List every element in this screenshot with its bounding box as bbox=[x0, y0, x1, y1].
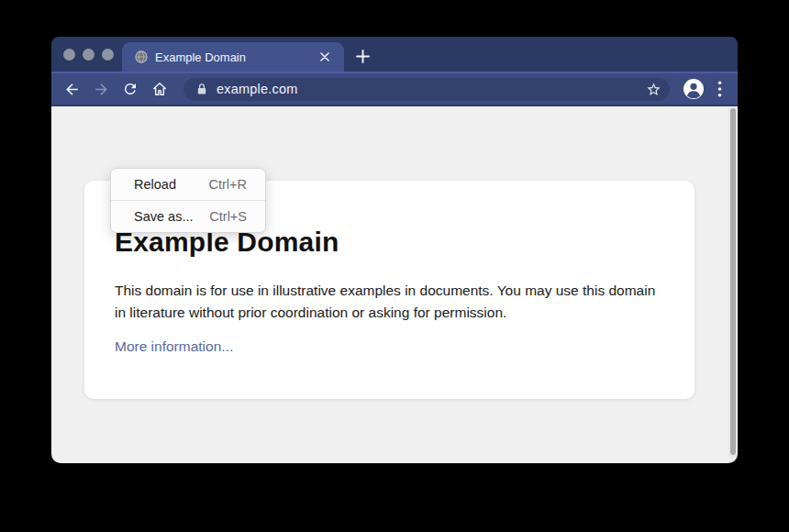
home-button[interactable] bbox=[147, 76, 172, 102]
browser-menu-button[interactable] bbox=[708, 77, 730, 101]
close-window-button[interactable] bbox=[63, 49, 75, 61]
browser-tab[interactable]: Example Domain bbox=[122, 42, 344, 72]
tab-title: Example Domain bbox=[155, 50, 311, 64]
context-menu-item-save-as[interactable]: Save as... Ctrl+S bbox=[111, 201, 265, 232]
globe-favicon-icon bbox=[135, 50, 148, 63]
more-information-link[interactable]: More information... bbox=[115, 338, 233, 355]
new-tab-button[interactable] bbox=[351, 45, 373, 67]
browser-window: Example Domain bbox=[51, 37, 738, 463]
menu-item-label: Reload bbox=[134, 177, 176, 192]
bookmark-star-icon[interactable] bbox=[646, 82, 661, 97]
home-icon bbox=[150, 80, 169, 98]
forward-button[interactable] bbox=[88, 76, 114, 102]
profile-avatar-button[interactable] bbox=[681, 76, 706, 102]
zoom-window-button[interactable] bbox=[102, 49, 114, 61]
forward-arrow-icon bbox=[93, 81, 110, 98]
minimize-window-button[interactable] bbox=[83, 49, 94, 61]
address-bar[interactable]: example.com bbox=[183, 78, 670, 101]
tab-close-icon[interactable] bbox=[317, 49, 333, 65]
page-paragraph: This domain is for use in illustrative e… bbox=[115, 280, 665, 324]
titlebar: Example Domain bbox=[51, 37, 738, 72]
window-controls bbox=[63, 49, 114, 61]
context-menu-item-reload[interactable]: Reload Ctrl+R bbox=[111, 169, 265, 200]
menu-item-label: Save as... bbox=[134, 209, 193, 224]
menu-item-shortcut: Ctrl+R bbox=[209, 177, 248, 192]
avatar-icon bbox=[683, 78, 705, 100]
lock-icon bbox=[196, 83, 207, 95]
context-menu: Reload Ctrl+R Save as... Ctrl+S bbox=[110, 168, 266, 233]
back-button[interactable] bbox=[59, 76, 84, 102]
url-text[interactable]: example.com bbox=[217, 82, 297, 96]
browser-toolbar: example.com bbox=[51, 72, 738, 106]
menu-item-shortcut: Ctrl+S bbox=[209, 209, 247, 224]
scrollbar-thumb[interactable] bbox=[730, 108, 736, 455]
page-viewport: Example Domain This domain is for use in… bbox=[51, 106, 738, 463]
kebab-menu-icon bbox=[717, 81, 722, 97]
reload-button[interactable] bbox=[117, 76, 143, 102]
reload-icon bbox=[122, 81, 139, 97]
back-arrow-icon bbox=[63, 81, 81, 98]
